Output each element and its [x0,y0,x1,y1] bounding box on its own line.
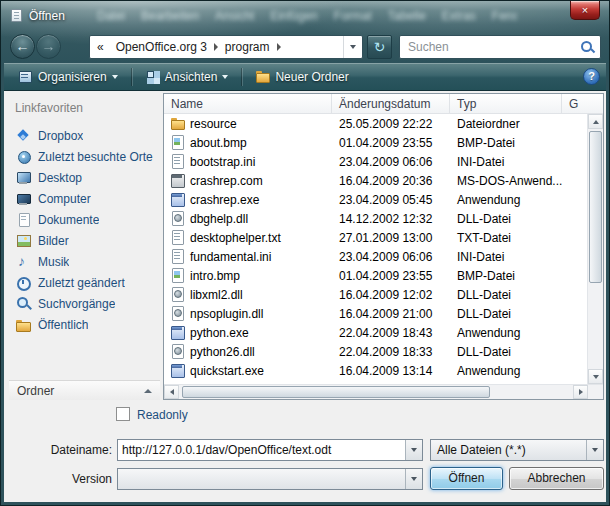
file-date: 16.04.2009 12:02 [332,288,450,302]
column-header-date[interactable]: Änderungsdatum [332,94,450,113]
sidebar-item-searches[interactable]: Suchvorgänge [9,293,160,314]
file-row[interactable]: dbghelp.dll14.12.2002 12:32DLL-Datei [164,209,587,228]
folder-icon [255,69,270,84]
sidebar-item-label: Dokumente [38,213,99,227]
refresh-icon: ↻ [374,39,386,55]
navigation-bar: ← → « OpenOffice.org 3 program ↻ [1,31,609,63]
back-button[interactable]: ← [10,34,35,59]
forward-button[interactable]: → [36,34,61,59]
breadcrumb-separator-icon [277,43,281,51]
arrow-down-icon [593,375,599,379]
column-header-size[interactable]: G [562,94,603,113]
file-row[interactable]: about.bmp01.04.2009 23:55BMP-Datei [164,133,587,152]
sidebar-item-recent-places[interactable]: Zuletzt besuchte Orte [9,146,160,167]
sidebar-item-label: Musik [38,255,69,269]
background-menu-item: Datei [97,9,125,23]
window-title: Öffnen [29,9,65,23]
sidebar-item-documents[interactable]: Dokumente [9,209,160,230]
version-select[interactable] [117,468,423,490]
refresh-button[interactable]: ↻ [367,35,392,59]
file-name: libxml2.dll [190,288,243,302]
file-row[interactable]: crashrep.com16.04.2009 20:36MS-DOS-Anwen… [164,171,587,190]
filetype-select[interactable]: Alle Dateien (*.*) [430,439,604,461]
file-row[interactable]: bootstrap.ini23.04.2009 06:06INI-Datei [164,152,587,171]
sidebar-item-label: Öffentlich [38,318,88,332]
chevron-up-icon [144,389,152,393]
organize-button[interactable]: Organisieren [10,66,126,88]
file-row[interactable]: python26.dll22.04.2009 18:33DLL-Datei [164,342,587,361]
breadcrumb-segment-program[interactable]: program [220,36,275,58]
filename-dropdown-button[interactable] [405,440,422,460]
vertical-scroll-thumb[interactable] [589,131,602,283]
breadcrumb-bar[interactable]: « OpenOffice.org 3 program [89,35,363,59]
file-date: 23.04.2009 06:06 [332,250,450,264]
background-menu-item: Extras [442,9,476,23]
desktop-icon [15,170,32,186]
views-button[interactable]: Ansichten [137,66,237,88]
sidebar-item-pictures[interactable]: Bilder [9,230,160,251]
horizontal-scrollbar[interactable] [164,384,603,399]
scroll-down-button[interactable] [588,369,603,384]
file-row[interactable]: quickstart.exe16.04.2009 13:14Anwendung [164,361,587,380]
sidebar-item-label: Bilder [38,234,69,248]
sidebar-item-dropbox[interactable]: Dropbox [9,125,160,146]
address-history-dropdown[interactable] [343,36,362,58]
file-name: dbghelp.dll [190,212,248,226]
breadcrumb-overflow[interactable]: « [90,36,111,58]
sidebar-item-desktop[interactable]: Desktop [9,167,160,188]
back-icon: ← [16,38,30,54]
column-header-name[interactable]: Name [164,94,332,113]
column-header-type[interactable]: Typ [450,94,562,113]
new-folder-button[interactable]: Neuer Ordner [247,66,356,88]
sidebar-item-music[interactable]: Musik [9,251,160,272]
search-input[interactable] [406,39,574,55]
recent-changed-icon [15,275,32,291]
file-row[interactable]: desktophelper.txt27.01.2009 13:00TXT-Dat… [164,228,587,247]
readonly-label[interactable]: Readonly [137,408,188,422]
cancel-button[interactable]: Abbrechen [509,467,604,490]
file-row[interactable]: libxml2.dll16.04.2009 12:02DLL-Datei [164,285,587,304]
file-date: 23.04.2009 06:06 [332,155,450,169]
scroll-right-button[interactable] [573,385,588,399]
toolbar-separator [131,68,132,86]
file-icon [170,344,185,359]
file-icon [170,306,185,321]
breadcrumb-segment-openoffice[interactable]: OpenOffice.org 3 [111,36,212,58]
vertical-scroll-track[interactable] [588,129,603,369]
sidebar-header: Linkfavoriten [9,93,160,125]
file-row[interactable]: python.exe22.04.2009 18:43Anwendung [164,323,587,342]
scroll-left-button[interactable] [164,385,179,399]
sidebar-item-public[interactable]: Öffentlich [9,314,160,335]
background-menu-item: Einfügen [270,9,317,23]
file-name: npsoplugin.dll [190,307,263,321]
close-button[interactable]: × [570,1,600,20]
file-type: Anwendung [450,364,562,378]
dropbox-icon [15,128,32,144]
file-date: 14.12.2002 12:32 [332,212,450,226]
file-row[interactable]: resource25.05.2009 22:22Dateiordner [164,114,587,133]
vertical-scrollbar[interactable] [587,114,603,384]
help-button[interactable]: ? [583,68,600,85]
filename-combobox [117,439,423,461]
sidebar-item-recent-changed[interactable]: Zuletzt geändert [9,272,160,293]
folders-expander[interactable]: Ordner [9,380,160,400]
dialog-icon [11,9,22,22]
scrollbar-corner [588,385,603,399]
file-row[interactable]: crashrep.exe23.04.2009 05:45Anwendung [164,190,587,209]
readonly-checkbox[interactable] [116,407,130,421]
scroll-up-button[interactable] [588,114,603,129]
file-row[interactable]: fundamental.ini23.04.2009 06:06INI-Datei [164,247,587,266]
file-name-cell: bootstrap.ini [164,154,332,169]
horizontal-scroll-track[interactable] [179,385,573,399]
breadcrumb-separator-icon [214,43,218,51]
file-row[interactable]: npsoplugin.dll16.04.2009 21:00DLL-Datei [164,304,587,323]
horizontal-scroll-thumb[interactable] [182,386,490,398]
sidebar-item-computer[interactable]: Computer [9,188,160,209]
sidebar: Linkfavoriten Dropbox Zuletzt besuchte O… [9,93,160,400]
file-date: 01.04.2009 23:55 [332,136,450,150]
filename-input[interactable] [118,440,405,460]
open-button[interactable]: Öffnen [430,467,503,490]
titlebar[interactable]: Datei Bearbeiten Ansicht Einfügen Format… [1,1,609,31]
file-name-cell: fundamental.ini [164,249,332,264]
file-row[interactable]: intro.bmp01.04.2009 23:55BMP-Datei [164,266,587,285]
